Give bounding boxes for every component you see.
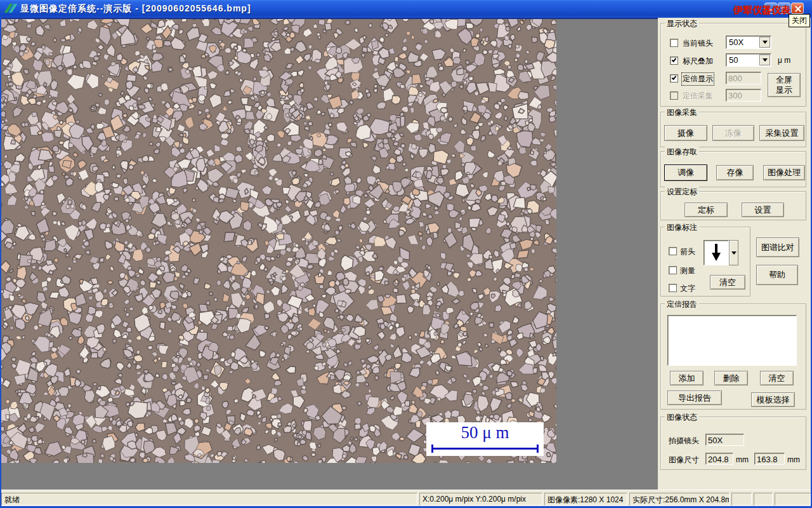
load-image-button[interactable]: 调像 <box>664 164 707 181</box>
checkbox-fixed-display[interactable] <box>670 74 678 83</box>
ruler-length-select[interactable]: 50 <box>726 53 771 67</box>
status-pixel-scale: X:0.200μ m/pix Y:0.200μ m/pix <box>419 493 542 505</box>
freeze-button: 冻像 <box>712 125 754 141</box>
image-height-field: 163.8 <box>754 453 785 465</box>
window-title: 显微图像定倍系统--演示版 - [20090602055646.bmp] <box>20 3 251 15</box>
status-spare-1 <box>731 493 752 505</box>
image-width-unit: mm <box>736 455 749 464</box>
group-annotation: 图像标注 箭头 测量 清空 文字 <box>660 227 750 297</box>
status-actual-size: 实际尺寸:256.0mm X 204.8mm <box>629 493 730 505</box>
current-lens-value: 50X <box>729 37 743 47</box>
atlas-compare-button[interactable]: 图谱比对 <box>756 237 799 257</box>
image-width-field: 204.8 <box>705 453 733 465</box>
status-spare-3 <box>775 493 811 505</box>
checkbox-text[interactable] <box>669 284 677 292</box>
checkbox-current-lens[interactable] <box>670 39 678 47</box>
report-clear-button[interactable]: 清空 <box>760 371 794 385</box>
group-report-title: 定倍报告 <box>665 299 699 310</box>
checkbox-fixed-capture <box>670 91 678 100</box>
calibrate-button[interactable]: 定标 <box>684 203 728 217</box>
status-spare-2 <box>754 493 773 505</box>
down-arrow-icon <box>710 244 722 262</box>
chevron-down-icon <box>763 58 768 64</box>
group-image-storage: 图像存取 调像 存像 图像处理 <box>660 151 806 187</box>
status-ready: 就绪 <box>1 493 417 505</box>
label-ruler-overlay: 标尺叠加 <box>683 56 713 67</box>
label-measure: 测量 <box>680 265 695 276</box>
capture-settings-button[interactable]: 采集设置 <box>759 125 804 141</box>
scale-bar-line <box>431 448 539 450</box>
label-fixed-display: 定倍显示 <box>683 74 713 84</box>
label-fixed-capture: 定倍采集 <box>683 91 713 102</box>
chevron-down-icon <box>763 41 768 46</box>
close-icon <box>795 6 801 12</box>
group-image-storage-title: 图像存取 <box>665 147 699 157</box>
label-text: 文字 <box>680 283 695 294</box>
report-add-button[interactable]: 添加 <box>670 371 704 385</box>
window-border-left <box>0 18 1 506</box>
label-image-size: 图像尺寸 <box>669 455 699 465</box>
status-image-pixels: 图像像素:1280 X 1024 <box>544 493 627 505</box>
vendor-watermark: 伊犁仪器仪表 <box>733 4 790 17</box>
fixed-capture-field: 300 <box>726 89 761 102</box>
capture-button[interactable]: 摄像 <box>664 125 707 141</box>
arrow-style-dropdown-button[interactable] <box>729 240 738 265</box>
group-display-status: 显示状态 当前镜头 50X 标尺叠加 50 μ m 定倍显示 800 定倍采集 … <box>660 23 806 107</box>
ruler-length-dropdown-button[interactable] <box>759 55 770 65</box>
group-calibration: 设置定标 定标 设置 <box>660 191 806 220</box>
arrow-style-select[interactable] <box>704 240 729 265</box>
group-image-capture: 图像采集 摄像 冻像 采集设置 <box>660 112 806 147</box>
fullscreen-button[interactable]: 全屏显示 <box>768 73 801 97</box>
current-lens-dropdown-button[interactable] <box>759 37 770 48</box>
close-tooltip: 关闭 <box>789 14 810 27</box>
group-annotation-title: 图像标注 <box>665 222 699 233</box>
app-window: 显微图像定倍系统--演示版 - [20090602055646.bmp] 伊犁仪… <box>0 0 812 508</box>
checkbox-measure[interactable] <box>669 266 677 274</box>
image-viewport: 50 μ m <box>1 18 658 490</box>
clear-annotation-button[interactable]: 清空 <box>710 275 745 290</box>
group-calibration-title: 设置定标 <box>665 187 699 197</box>
close-button[interactable] <box>791 3 804 14</box>
group-display-status-title: 显示状态 <box>665 18 699 29</box>
group-report: 定倍报告 添加 删除 清空 导出报告 模板选择 <box>660 304 806 410</box>
app-icon <box>5 3 18 14</box>
report-template-button[interactable]: 模板选择 <box>751 392 795 407</box>
image-process-button[interactable]: 图像处理 <box>763 165 805 180</box>
group-image-capture-title: 图像采集 <box>665 107 699 118</box>
help-button[interactable]: 帮助 <box>756 265 798 285</box>
control-panel: 显示状态 当前镜头 50X 标尺叠加 50 μ m 定倍显示 800 定倍采集 … <box>658 18 811 490</box>
checkbox-ruler-overlay[interactable] <box>670 57 678 65</box>
fixed-display-field: 800 <box>726 72 761 84</box>
scale-bar-label: 50 μ m <box>426 423 544 443</box>
micrograph-image <box>1 19 556 463</box>
label-current-lens: 当前镜头 <box>683 38 713 49</box>
ruler-length-value: 50 <box>729 55 738 65</box>
label-arrow: 箭头 <box>680 246 695 257</box>
image-height-unit: mm <box>787 455 800 464</box>
shoot-lens-field: 50X <box>705 434 744 446</box>
report-delete-button[interactable]: 删除 <box>714 371 748 385</box>
label-shoot-lens: 拍摄镜头 <box>669 436 699 446</box>
report-export-button[interactable]: 导出报告 <box>667 391 722 405</box>
status-bar: 就绪 X:0.200μ m/pix Y:0.200μ m/pix 图像像素:12… <box>0 490 812 506</box>
current-lens-select[interactable]: 50X <box>726 36 771 49</box>
title-bar[interactable]: 显微图像定倍系统--演示版 - [20090602055646.bmp] 伊犁仪… <box>0 0 812 18</box>
group-image-status: 图像状态 拍摄镜头 50X 图像尺寸 204.8 mm 163.8 mm <box>660 417 806 470</box>
checkbox-arrow[interactable] <box>669 247 677 255</box>
calibration-settings-button[interactable]: 设置 <box>742 203 784 217</box>
chevron-down-icon <box>731 251 737 257</box>
ruler-unit-label: μ m <box>778 56 790 65</box>
report-list[interactable] <box>667 315 797 366</box>
save-image-button[interactable]: 存像 <box>716 165 754 180</box>
group-image-status-title: 图像状态 <box>665 412 699 423</box>
scale-bar-overlay: 50 μ m <box>426 422 544 456</box>
